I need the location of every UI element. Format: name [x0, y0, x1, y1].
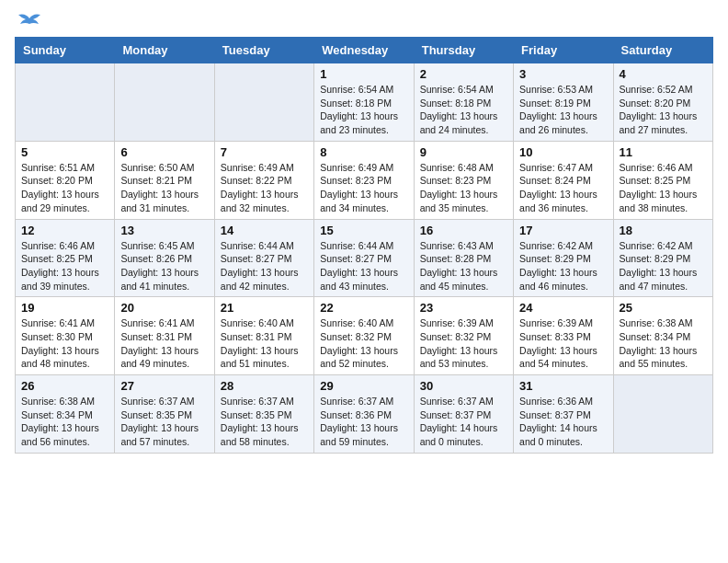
cell-info: Sunrise: 6:49 AM Sunset: 8:23 PM Dayligh… [320, 161, 407, 215]
calendar-cell: 17Sunrise: 6:42 AM Sunset: 8:29 PM Dayli… [514, 219, 613, 297]
day-number: 17 [519, 224, 607, 237]
cell-info: Sunrise: 6:40 AM Sunset: 8:32 PM Dayligh… [320, 316, 407, 371]
cell-info: Sunrise: 6:37 AM Sunset: 8:37 PM Dayligh… [420, 395, 507, 449]
calendar-cell: 23Sunrise: 6:39 AM Sunset: 8:32 PM Dayli… [414, 297, 513, 375]
calendar-cell: 16Sunrise: 6:43 AM Sunset: 8:28 PM Dayli… [414, 219, 513, 297]
day-number: 27 [120, 379, 208, 393]
day-number: 9 [420, 145, 507, 159]
calendar-cell: 8Sunrise: 6:49 AM Sunset: 8:23 PM Daylig… [314, 141, 414, 219]
weekday-header: Friday [514, 38, 613, 63]
day-number: 26 [21, 379, 108, 393]
day-number: 15 [320, 224, 407, 237]
day-number: 5 [21, 145, 108, 159]
day-number: 18 [620, 224, 707, 237]
cell-info: Sunrise: 6:39 AM Sunset: 8:33 PM Dayligh… [519, 316, 607, 371]
calendar-week-row: 19Sunrise: 6:41 AM Sunset: 8:30 PM Dayli… [16, 297, 713, 375]
day-number: 19 [21, 301, 108, 315]
calendar-cell: 19Sunrise: 6:41 AM Sunset: 8:30 PM Dayli… [16, 297, 115, 375]
calendar-cell [214, 63, 313, 142]
calendar-cell: 6Sunrise: 6:50 AM Sunset: 8:21 PM Daylig… [115, 141, 214, 219]
cell-info: Sunrise: 6:53 AM Sunset: 8:19 PM Dayligh… [519, 83, 607, 137]
calendar-cell [613, 375, 712, 454]
day-number: 21 [221, 301, 308, 315]
cell-info: Sunrise: 6:51 AM Sunset: 8:20 PM Dayligh… [21, 161, 108, 215]
calendar-cell: 15Sunrise: 6:44 AM Sunset: 8:27 PM Dayli… [314, 219, 414, 297]
day-number: 20 [120, 301, 208, 315]
calendar-cell: 29Sunrise: 6:37 AM Sunset: 8:36 PM Dayli… [314, 375, 414, 454]
calendar-cell: 26Sunrise: 6:38 AM Sunset: 8:34 PM Dayli… [16, 375, 115, 454]
calendar-cell: 27Sunrise: 6:37 AM Sunset: 8:35 PM Dayli… [115, 375, 214, 454]
cell-info: Sunrise: 6:48 AM Sunset: 8:23 PM Dayligh… [420, 161, 507, 215]
calendar-cell: 11Sunrise: 6:46 AM Sunset: 8:25 PM Dayli… [613, 141, 712, 219]
cell-info: Sunrise: 6:47 AM Sunset: 8:24 PM Dayligh… [519, 161, 607, 215]
calendar-week-row: 26Sunrise: 6:38 AM Sunset: 8:34 PM Dayli… [16, 375, 713, 454]
calendar-week-row: 1Sunrise: 6:54 AM Sunset: 8:18 PM Daylig… [16, 63, 713, 142]
cell-info: Sunrise: 6:45 AM Sunset: 8:26 PM Dayligh… [120, 239, 208, 293]
calendar-week-row: 5Sunrise: 6:51 AM Sunset: 8:20 PM Daylig… [16, 141, 713, 219]
cell-info: Sunrise: 6:37 AM Sunset: 8:36 PM Dayligh… [320, 395, 407, 449]
calendar-cell: 4Sunrise: 6:52 AM Sunset: 8:20 PM Daylig… [613, 63, 712, 142]
day-number: 28 [221, 379, 308, 393]
bird-icon [17, 11, 42, 29]
calendar-cell: 5Sunrise: 6:51 AM Sunset: 8:20 PM Daylig… [16, 141, 115, 219]
weekday-header: Tuesday [214, 38, 313, 63]
calendar-cell: 3Sunrise: 6:53 AM Sunset: 8:19 PM Daylig… [514, 63, 613, 142]
day-number: 24 [519, 301, 607, 315]
day-number: 10 [519, 145, 607, 159]
cell-info: Sunrise: 6:40 AM Sunset: 8:31 PM Dayligh… [221, 316, 308, 371]
cell-info: Sunrise: 6:38 AM Sunset: 8:34 PM Dayligh… [21, 395, 108, 449]
calendar-table: SundayMondayTuesdayWednesdayThursdayFrid… [15, 37, 713, 454]
day-number: 23 [420, 301, 507, 315]
calendar-cell: 9Sunrise: 6:48 AM Sunset: 8:23 PM Daylig… [414, 141, 513, 219]
cell-info: Sunrise: 6:39 AM Sunset: 8:32 PM Dayligh… [420, 316, 507, 371]
cell-info: Sunrise: 6:42 AM Sunset: 8:29 PM Dayligh… [620, 239, 707, 293]
cell-info: Sunrise: 6:50 AM Sunset: 8:21 PM Dayligh… [120, 161, 208, 215]
cell-info: Sunrise: 6:46 AM Sunset: 8:25 PM Dayligh… [21, 239, 108, 293]
day-number: 31 [519, 379, 607, 393]
day-number: 3 [519, 67, 607, 81]
weekday-header: Saturday [613, 38, 712, 63]
calendar-cell: 1Sunrise: 6:54 AM Sunset: 8:18 PM Daylig… [314, 63, 414, 142]
calendar-cell: 10Sunrise: 6:47 AM Sunset: 8:24 PM Dayli… [514, 141, 613, 219]
cell-info: Sunrise: 6:36 AM Sunset: 8:37 PM Dayligh… [519, 395, 607, 449]
day-number: 1 [320, 67, 407, 81]
weekday-header: Thursday [414, 38, 513, 63]
weekday-header-row: SundayMondayTuesdayWednesdayThursdayFrid… [16, 38, 713, 63]
calendar-cell [115, 63, 214, 142]
day-number: 11 [620, 145, 707, 159]
cell-info: Sunrise: 6:54 AM Sunset: 8:18 PM Dayligh… [420, 83, 507, 137]
calendar-cell: 13Sunrise: 6:45 AM Sunset: 8:26 PM Dayli… [115, 219, 214, 297]
page-header [15, 15, 713, 29]
cell-info: Sunrise: 6:43 AM Sunset: 8:28 PM Dayligh… [420, 239, 507, 293]
cell-info: Sunrise: 6:37 AM Sunset: 8:35 PM Dayligh… [120, 395, 208, 449]
weekday-header: Sunday [16, 38, 115, 63]
calendar-cell: 22Sunrise: 6:40 AM Sunset: 8:32 PM Dayli… [314, 297, 414, 375]
calendar-cell: 30Sunrise: 6:37 AM Sunset: 8:37 PM Dayli… [414, 375, 513, 454]
calendar-cell: 24Sunrise: 6:39 AM Sunset: 8:33 PM Dayli… [514, 297, 613, 375]
calendar-cell: 7Sunrise: 6:49 AM Sunset: 8:22 PM Daylig… [214, 141, 313, 219]
day-number: 22 [320, 301, 407, 315]
day-number: 16 [420, 224, 507, 237]
day-number: 29 [320, 379, 407, 393]
cell-info: Sunrise: 6:49 AM Sunset: 8:22 PM Dayligh… [221, 161, 308, 215]
calendar-week-row: 12Sunrise: 6:46 AM Sunset: 8:25 PM Dayli… [16, 219, 713, 297]
calendar-cell: 18Sunrise: 6:42 AM Sunset: 8:29 PM Dayli… [613, 219, 712, 297]
day-number: 2 [420, 67, 507, 81]
day-number: 7 [221, 145, 308, 159]
weekday-header: Monday [115, 38, 214, 63]
cell-info: Sunrise: 6:44 AM Sunset: 8:27 PM Dayligh… [320, 239, 407, 293]
cell-info: Sunrise: 6:41 AM Sunset: 8:30 PM Dayligh… [21, 316, 108, 371]
day-number: 4 [620, 67, 707, 81]
cell-info: Sunrise: 6:54 AM Sunset: 8:18 PM Dayligh… [320, 83, 407, 137]
cell-info: Sunrise: 6:46 AM Sunset: 8:25 PM Dayligh… [620, 161, 707, 215]
day-number: 14 [221, 224, 308, 237]
calendar-cell: 21Sunrise: 6:40 AM Sunset: 8:31 PM Dayli… [214, 297, 313, 375]
calendar-cell: 12Sunrise: 6:46 AM Sunset: 8:25 PM Dayli… [16, 219, 115, 297]
day-number: 8 [320, 145, 407, 159]
cell-info: Sunrise: 6:38 AM Sunset: 8:34 PM Dayligh… [620, 316, 707, 371]
cell-info: Sunrise: 6:37 AM Sunset: 8:35 PM Dayligh… [221, 395, 308, 449]
cell-info: Sunrise: 6:42 AM Sunset: 8:29 PM Dayligh… [519, 239, 607, 293]
calendar-cell [16, 63, 115, 142]
weekday-header: Wednesday [314, 38, 414, 63]
day-number: 6 [120, 145, 208, 159]
